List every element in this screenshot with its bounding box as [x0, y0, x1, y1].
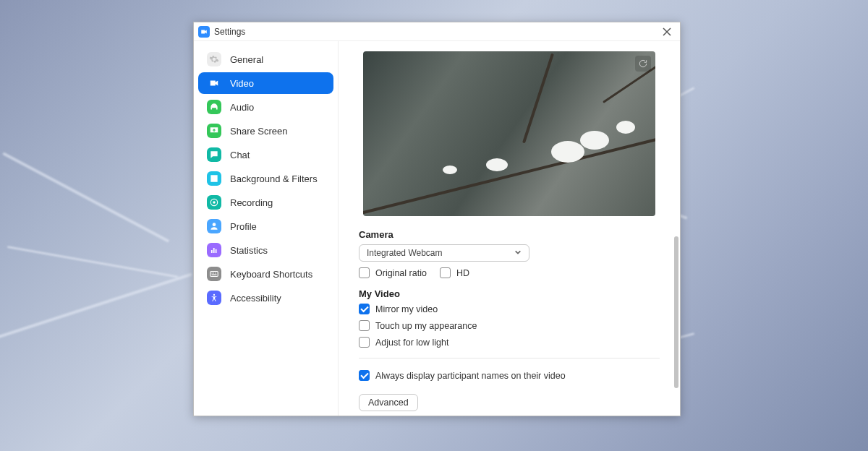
profile-icon — [207, 219, 221, 233]
close-button[interactable] — [658, 23, 676, 40]
hd-checkbox[interactable]: HD — [440, 267, 469, 278]
sidebar-item-accessibility[interactable]: Accessibility — [198, 287, 333, 309]
sidebar-item-profile[interactable]: Profile — [198, 215, 333, 237]
checkbox-label: Adjust for low light — [375, 338, 448, 348]
sidebar-item-label: Recording — [230, 197, 273, 208]
checkbox-label: Mirror my video — [375, 304, 438, 314]
sidebar-item-recording[interactable]: Recording — [198, 192, 333, 213]
scrollbar[interactable] — [674, 236, 678, 388]
svg-rect-3 — [210, 272, 218, 277]
sidebar-item-label: Chat — [230, 150, 250, 160]
divider — [359, 358, 660, 358]
checkbox-box — [359, 267, 370, 278]
camera-section-label: Camera — [359, 229, 660, 240]
sidebar-item-label: Keyboard Shortcuts — [230, 269, 312, 280]
window-title: Settings — [214, 27, 245, 37]
app-icon — [198, 26, 210, 38]
checkbox-label: HD — [456, 268, 469, 278]
sidebar-item-share-screen[interactable]: Share Screen — [198, 120, 333, 142]
sidebar-item-chat[interactable]: Chat — [198, 144, 333, 166]
titlebar: Settings — [194, 22, 680, 41]
svg-point-4 — [213, 294, 215, 296]
camera-preview — [363, 51, 655, 216]
accessibility-icon — [207, 291, 221, 305]
background-filters-icon — [207, 171, 221, 186]
checkbox-box — [359, 304, 370, 314]
checkbox-label: Original ratio — [375, 268, 427, 278]
checkbox-box — [440, 267, 451, 278]
adjust-low-light-checkbox[interactable]: Adjust for low light — [359, 337, 660, 348]
checkbox-label: Touch up my appearance — [375, 321, 477, 331]
sidebar-item-video[interactable]: Video — [198, 72, 333, 94]
sidebar-item-keyboard-shortcuts[interactable]: Keyboard Shortcuts — [198, 263, 333, 285]
svg-point-2 — [213, 223, 216, 226]
sidebar-item-statistics[interactable]: Statistics — [198, 239, 333, 261]
chevron-down-icon — [514, 248, 522, 258]
settings-sidebar: General Video Audio Share Screen — [194, 41, 339, 416]
touch-up-appearance-checkbox[interactable]: Touch up my appearance — [359, 320, 660, 331]
sidebar-item-label: Share Screen — [230, 126, 288, 137]
camera-select-value: Integrated Webcam — [367, 248, 443, 258]
sidebar-item-label: Audio — [230, 102, 254, 113]
sidebar-item-background-filters[interactable]: Background & Filters — [198, 168, 333, 189]
stats-icon — [207, 243, 221, 257]
share-screen-icon — [207, 124, 221, 138]
record-icon — [207, 195, 221, 210]
sidebar-item-label: Accessibility — [230, 293, 281, 304]
headphones-icon — [207, 100, 221, 114]
chat-icon — [207, 147, 221, 162]
sidebar-item-general[interactable]: General — [198, 48, 333, 70]
keyboard-icon — [207, 267, 221, 281]
sidebar-item-label: General — [230, 54, 263, 65]
rotate-camera-button[interactable] — [635, 56, 651, 72]
sidebar-item-label: Statistics — [230, 245, 268, 256]
checkbox-label: Always display participant names on thei… — [375, 371, 566, 381]
sidebar-item-audio[interactable]: Audio — [198, 96, 333, 118]
settings-dialog: Settings General Video Au — [193, 22, 681, 416]
checkbox-box — [359, 320, 370, 331]
settings-content: Camera Integrated Webcam Original ratio … — [339, 41, 680, 416]
camera-select[interactable]: Integrated Webcam — [359, 244, 529, 262]
checkbox-box — [359, 370, 370, 381]
checkbox-box — [359, 337, 370, 348]
gear-icon — [207, 52, 221, 66]
my-video-section-label: My Video — [359, 288, 660, 299]
mirror-my-video-checkbox[interactable]: Mirror my video — [359, 304, 660, 314]
always-display-names-checkbox[interactable]: Always display participant names on thei… — [359, 370, 660, 381]
sidebar-item-label: Profile — [230, 221, 257, 232]
advanced-button[interactable]: Advanced — [359, 394, 418, 411]
original-ratio-checkbox[interactable]: Original ratio — [359, 267, 427, 278]
sidebar-item-label: Video — [230, 78, 254, 89]
video-icon — [207, 76, 221, 90]
sidebar-item-label: Background & Filters — [230, 173, 318, 184]
svg-point-1 — [213, 201, 216, 204]
